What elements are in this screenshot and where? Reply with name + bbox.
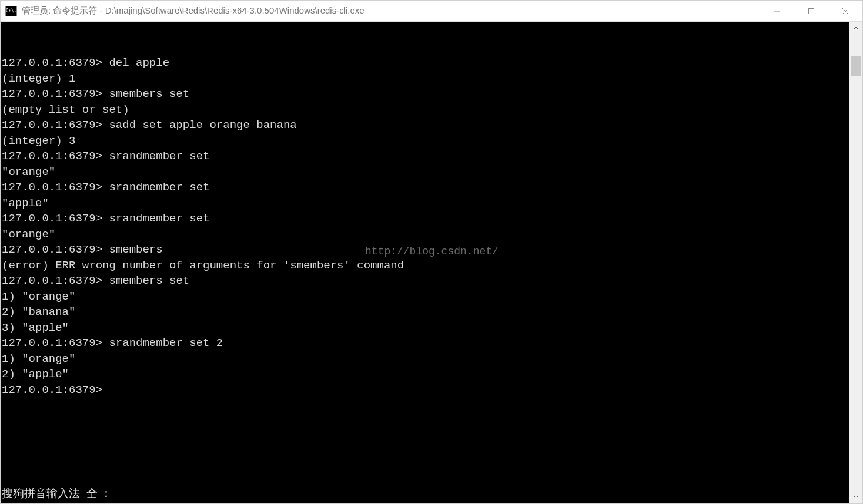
terminal-line: 127.0.0.1:6379> smembers [2,242,849,258]
terminal-line: 127.0.0.1:6379> srandmember set [2,180,849,196]
terminal-command: srandmember set 2 [109,337,223,350]
minimize-button[interactable] [760,1,794,21]
maximize-icon [808,8,815,15]
terminal-line: 2) "banana" [2,304,849,320]
svg-rect-1 [809,8,814,14]
terminal-prompt: 127.0.0.1:6379> [2,274,109,287]
scroll-down-arrow-icon[interactable] [849,490,862,503]
window-controls [760,1,862,21]
terminal-prompt: 127.0.0.1:6379> [2,337,109,350]
chevron-down-icon [853,495,859,499]
terminal-prompt: 127.0.0.1:6379> [2,181,109,194]
maximize-button[interactable] [794,1,828,21]
terminal-line: 127.0.0.1:6379> smembers set [2,86,849,102]
scroll-thumb[interactable] [851,56,861,76]
terminal-line: 3) "apple" [2,320,849,336]
terminal-command: smembers set [109,88,189,100]
close-icon [842,8,849,15]
terminal-line: 127.0.0.1:6379> srandmember set [2,211,849,227]
terminal-line: 2) "apple" [2,367,849,382]
minimize-icon [774,8,781,15]
terminal-command: smembers [109,243,162,256]
terminal-line: "orange" [2,227,849,243]
terminal-prompt: 127.0.0.1:6379> [2,88,109,100]
terminal-prompt: 127.0.0.1:6379> [2,384,109,397]
terminal-output[interactable]: 127.0.0.1:6379> del apple(integer) 1127.… [1,22,849,503]
terminal-line: 127.0.0.1:6379> srandmember set [2,149,849,164]
terminal-command: sadd set apple orange banana [109,119,296,132]
terminal-command: srandmember set [109,212,209,225]
chevron-up-icon [853,26,859,30]
terminal-area: 127.0.0.1:6379> del apple(integer) 1127.… [1,22,862,503]
terminal-prompt: 127.0.0.1:6379> [2,56,109,69]
terminal-prompt: 127.0.0.1:6379> [2,150,109,163]
terminal-line: "apple" [2,196,849,211]
terminal-command: srandmember set [109,181,209,194]
vertical-scrollbar[interactable] [849,22,862,503]
terminal-command: del apple [109,56,169,69]
terminal-command: smembers set [109,274,189,287]
terminal-line: "orange" [2,164,849,180]
terminal-line: 127.0.0.1:6379> [2,382,849,398]
terminal-line: 1) "orange" [2,351,849,367]
close-button[interactable] [828,1,862,21]
ime-status: 搜狗拼音输入法 全 ： [2,486,112,502]
terminal-prompt: 127.0.0.1:6379> [2,212,109,225]
cmd-icon: C:\. [5,6,17,16]
terminal-command: srandmember set [109,150,209,163]
terminal-line: 127.0.0.1:6379> sadd set apple orange ba… [2,117,849,133]
scroll-track[interactable] [849,35,862,490]
terminal-line: 127.0.0.1:6379> srandmember set 2 [2,335,849,351]
terminal-line: (error) ERR wrong number of arguments fo… [2,258,849,274]
terminal-prompt: 127.0.0.1:6379> [2,243,109,256]
terminal-prompt: 127.0.0.1:6379> [2,119,109,132]
terminal-line: 1) "orange" [2,289,849,305]
scroll-up-arrow-icon[interactable] [849,22,862,35]
window-title: 管理员: 命令提示符 - D:\majing\Software\Redis\Re… [22,5,760,16]
terminal-line: (integer) 3 [2,133,849,149]
terminal-line: (empty list or set) [2,102,849,118]
terminal-line: 127.0.0.1:6379> del apple [2,55,849,71]
window-titlebar[interactable]: C:\. 管理员: 命令提示符 - D:\majing\Software\Red… [1,1,862,22]
terminal-line: 127.0.0.1:6379> smembers set [2,273,849,289]
terminal-line: (integer) 1 [2,71,849,87]
